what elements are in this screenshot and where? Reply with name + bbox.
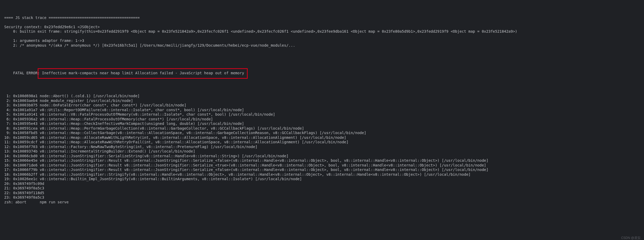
terminal-line: 20: 0x369749f5c09d	[0, 182, 644, 186]
terminal-line: 17: 0x10066f79b v8::internal::JsonString…	[0, 168, 644, 172]
terminal-line: 5: 0x1001a9141 v8::internal::V8::FatalPr…	[0, 112, 644, 117]
terminal-line	[0, 20, 644, 25]
terminal-line: 23: 0x369749f0a5c3	[0, 195, 644, 200]
terminal-line: 0: builtin exit frame: stringify(this=0x…	[0, 29, 644, 34]
terminal-line	[0, 34, 644, 39]
stack-trace-frames: 1: 0x100d698a1 node::Abort() (.cold.1) […	[0, 94, 644, 204]
terminal-line: 15: 0x10066e45e v8::internal::JsonString…	[0, 158, 644, 163]
terminal-line: zsh: abort npm run serve	[0, 200, 644, 205]
terminal-line: 19: 0x10026ee1c v8::internal::Builtin_Im…	[0, 177, 644, 182]
terminal-line: 21: 0x369749f0a5c3	[0, 186, 644, 191]
terminal-line: 22: 0x369749f118d5	[0, 191, 644, 195]
terminal-line: 11: 0x10059cdcf v8::internal::Heap::Allo…	[0, 140, 644, 145]
terminal-line: 16: 0x100671de6 v8::internal::JsonString…	[0, 163, 644, 168]
fatal-error-message: Ineffective mark-compacts near heap limi…	[40, 71, 244, 75]
terminal-line: ==== JS stack trace ====================…	[0, 16, 644, 20]
fatal-error-line: FATAL ERROR: Ineffective mark-compacts n…	[0, 66, 644, 80]
fatal-error-prefix: FATAL ERROR:	[13, 71, 40, 75]
terminal-line: 12: 0x10056f703 v8::internal::Factory::N…	[0, 145, 644, 149]
terminal-line: 10: 0x10059cd65 v8::internal::Heap::Allo…	[0, 135, 644, 140]
terminal-line: Security context: 0x23fedd29e6c1 <JSObje…	[0, 25, 644, 30]
terminal-line: 18: 0x10066b2ff v8::internal::JsonString…	[0, 172, 644, 177]
terminal-line	[0, 48, 644, 52]
terminal-line: 14: 0x10066cbd0 v8::internal::JsonString…	[0, 154, 644, 159]
terminal-line: 8: 0x100591cea v8::internal::Heap::Perfo…	[0, 126, 644, 131]
terminal-line: 13: 0x10089374b v8::internal::Incrementa…	[0, 149, 644, 154]
terminal-line: 7: 0x100595e43 v8::internal::Heap::Check…	[0, 121, 644, 126]
terminal-line: 4: 0x1001a91a7 v8::Utils::ReportOOMFailu…	[0, 108, 644, 112]
terminal-output: ==== JS stack trace ====================…	[0, 0, 644, 240]
terminal-line: 1: arguments adaptor frame: 1->3	[0, 38, 644, 43]
terminal-line: 1: 0x100d698a1 node::Abort() (.cold.1) […	[0, 94, 644, 99]
terminal-line: 6: 0x1005936a2 v8::internal::Heap::Fatal…	[0, 117, 644, 122]
watermark: CSDN @居安.	[621, 236, 641, 240]
terminal-line: 2: /* anonymous */(aka /* anonymous */) …	[0, 43, 644, 48]
terminal-line: 9: 0x10058fbd5 v8::internal::Heap::Colle…	[0, 131, 644, 135]
stack-trace-header: ==== JS stack trace ====================…	[0, 16, 644, 52]
terminal-line: 3: 0x10003b075 node::OnFatalError(char c…	[0, 103, 644, 108]
terminal-line: 2: 0x10003aeb4 node_module_register [/us…	[0, 99, 644, 103]
